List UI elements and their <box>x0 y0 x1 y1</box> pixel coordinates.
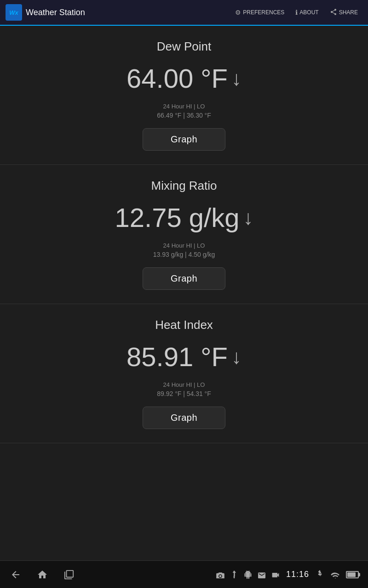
battery-fill <box>347 572 356 577</box>
dew-point-value: 64.00 °F ↓ <box>126 63 242 94</box>
wrench-icon: ⚙ <box>235 9 241 16</box>
wifi-icon <box>330 570 340 580</box>
share-label: SHARE <box>339 9 358 16</box>
about-label: ABOUT <box>299 9 318 16</box>
app-title: Weather Station <box>26 8 85 17</box>
mixing-ratio-title: Mixing Ratio <box>151 179 217 193</box>
bluetooth-icon <box>315 570 325 580</box>
about-button[interactable]: ℹ ABOUT <box>291 6 323 19</box>
content: Dew Point 64.00 °F ↓ 24 Hour HI | LO 66.… <box>0 26 368 560</box>
mixing-ratio-hi-lo-value: 13.93 g/kg | 4.50 g/kg <box>153 251 215 258</box>
dew-point-section: Dew Point 64.00 °F ↓ 24 Hour HI | LO 66.… <box>0 26 368 165</box>
camera-icon <box>215 570 225 580</box>
clock: 11:16 <box>286 570 309 579</box>
dew-point-hi-lo-value: 66.49 °F | 36.30 °F <box>157 112 211 119</box>
share-button[interactable]: SHARE <box>325 6 362 20</box>
media-icon <box>270 570 281 580</box>
android-icon <box>243 570 253 580</box>
back-button[interactable] <box>9 568 22 581</box>
heat-index-section: Heat Index 85.91 °F ↓ 24 Hour HI | LO 89… <box>0 304 368 443</box>
bottom-nav <box>9 568 75 581</box>
recents-button[interactable] <box>63 568 75 581</box>
usb-icon <box>229 570 239 580</box>
heat-index-value: 85.91 °F ↓ <box>126 341 242 372</box>
info-icon: ℹ <box>295 9 298 16</box>
heat-index-hi-lo-label: 24 Hour HI | LO <box>163 381 205 388</box>
bottom-status: 11:16 <box>215 570 359 580</box>
mixing-ratio-trend-icon: ↓ <box>243 206 253 229</box>
preferences-button[interactable]: ⚙ PREFERENCES <box>230 6 289 19</box>
preferences-label: PREFERENCES <box>243 9 284 16</box>
mixing-ratio-graph-button[interactable]: Graph <box>143 267 225 290</box>
heat-index-title: Heat Index <box>155 318 213 332</box>
dew-point-title: Dew Point <box>157 40 212 54</box>
dew-point-trend-icon: ↓ <box>231 67 242 90</box>
mixing-ratio-hi-lo-label: 24 Hour HI | LO <box>163 242 205 249</box>
share-icon <box>330 8 337 17</box>
dew-point-graph-button[interactable]: Graph <box>143 128 225 151</box>
dew-point-hi-lo-label: 24 Hour HI | LO <box>163 103 205 110</box>
home-button[interactable] <box>36 568 49 581</box>
heat-index-graph-button[interactable]: Graph <box>143 407 225 429</box>
mixing-ratio-section: Mixing Ratio 12.75 g/kg ↓ 24 Hour HI | L… <box>0 165 368 304</box>
bottom-bar: 11:16 <box>0 560 368 588</box>
top-bar-actions: ⚙ PREFERENCES ℹ ABOUT SHARE <box>230 6 362 20</box>
status-icons <box>215 570 281 580</box>
logo-icon: Wx <box>6 4 22 21</box>
top-bar: Wx Weather Station ⚙ PREFERENCES ℹ ABOUT… <box>0 0 368 26</box>
heat-index-hi-lo-value: 89.92 °F | 54.31 °F <box>157 390 211 397</box>
battery-icon <box>346 571 359 578</box>
mixing-ratio-value: 12.75 g/kg ↓ <box>115 202 253 233</box>
heat-index-trend-icon: ↓ <box>231 345 242 368</box>
email-icon <box>257 570 267 580</box>
app-logo: Wx Weather Station <box>6 4 85 21</box>
